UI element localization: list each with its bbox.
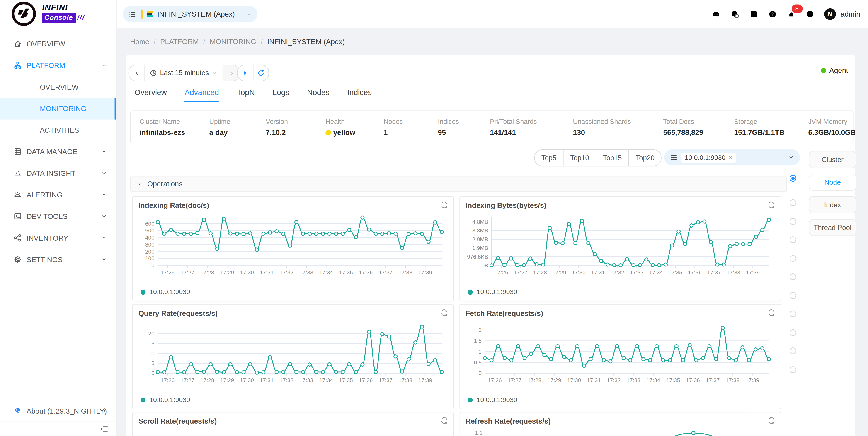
username-label[interactable]: admin — [841, 10, 860, 18]
cluster-selector[interactable]: INFINI_SYSTEM (Apex) — [123, 6, 257, 22]
collapse-sidebar-icon[interactable] — [100, 425, 108, 434]
svg-text:300: 300 — [145, 241, 155, 248]
tab-overview[interactable]: Overview — [135, 83, 167, 102]
breadcrumb-item[interactable]: PLATFORM — [160, 37, 199, 46]
breadcrumb-item[interactable]: MONITORING — [210, 37, 256, 46]
topn-button-top5[interactable]: Top5 — [535, 150, 563, 166]
svg-text:1.9MB: 1.9MB — [472, 245, 488, 251]
globe-time-icon[interactable] — [730, 9, 740, 19]
side-button-index[interactable]: Index — [809, 196, 857, 213]
sidebar-item-label: SETTINGS — [27, 255, 63, 264]
sidebar-item-data-insight[interactable]: DATA INSIGHT — [0, 163, 116, 184]
chart-legend[interactable]: 10.0.0.1:9030 — [141, 396, 190, 404]
sidebar-item-settings[interactable]: SETTINGS — [0, 249, 116, 270]
refresh-icon[interactable] — [767, 308, 776, 317]
chart-legend[interactable]: 10.0.0.1:9030 — [468, 396, 517, 404]
bell-icon[interactable]: 8 — [786, 9, 796, 19]
sidebar-item-alerting[interactable]: ALERTING — [0, 184, 116, 206]
topn-button-top20[interactable]: Top20 — [628, 150, 661, 166]
time-range-button[interactable]: Last 15 minutes — [145, 65, 223, 80]
tab-logs[interactable]: Logs — [273, 83, 289, 102]
rail-dot[interactable] — [789, 255, 797, 263]
rail-dot[interactable] — [789, 199, 797, 207]
legend-label: 10.0.0.1:9030 — [150, 288, 190, 296]
tab-advanced[interactable]: Advanced — [184, 83, 219, 102]
sidebar-item-platform[interactable]: PLATFORM — [0, 55, 116, 76]
refresh-icon[interactable] — [767, 416, 776, 425]
topn-button-top10[interactable]: Top10 — [563, 150, 596, 166]
sidebar-item-monitoring[interactable]: MONITORING — [0, 98, 116, 119]
sidebar-item-inventory[interactable]: INVENTORY — [0, 227, 116, 249]
app-root: INFINI Console/// OVERVIEWPLATFORMOVERVI… — [0, 0, 868, 436]
breadcrumb-item: INFINI_SYSTEM (Apex) — [267, 37, 345, 46]
side-button-node[interactable]: Node — [809, 174, 857, 191]
chevron-down-icon — [136, 181, 143, 187]
stat-label: Cluster Name — [140, 118, 180, 125]
about-label: About (1.29.3_NIGHTLY) — [27, 407, 107, 415]
list-icon — [128, 10, 136, 18]
rail-dot[interactable] — [789, 310, 797, 318]
breadcrumb-item[interactable]: Home — [130, 37, 149, 46]
console-icon[interactable] — [749, 9, 758, 19]
topn-button-top15[interactable]: Top15 — [596, 150, 628, 166]
about-button[interactable]: About (1.29.3_NIGHTLY) — [0, 404, 116, 418]
chart-legend[interactable]: 10.0.0.1:9030 — [468, 288, 517, 296]
chart-card-scroll-rate-requests-s: Scroll Rate(requests/s) — [132, 412, 454, 436]
stat-value: 7.10.2 — [266, 128, 285, 137]
refresh-button[interactable] — [253, 65, 269, 80]
rail-dot[interactable] — [789, 217, 797, 226]
svg-text:17:38: 17:38 — [726, 377, 740, 383]
time-prev-button[interactable] — [129, 65, 145, 80]
tab-indices[interactable]: Indices — [347, 83, 372, 102]
section-operations-header[interactable]: Operations — [130, 176, 787, 192]
side-button-thread-pool[interactable]: Thread Pool — [809, 219, 857, 236]
rail-dot[interactable] — [789, 366, 797, 374]
topn-button-group: Top5Top10Top15Top20 — [534, 149, 662, 167]
svg-text:17:39: 17:39 — [745, 377, 759, 383]
stat-value: a day — [209, 128, 227, 137]
rail-dot[interactable] — [789, 291, 797, 300]
side-button-cluster[interactable]: Cluster — [809, 151, 857, 168]
sidebar-item-data-manage[interactable]: DATA MANAGE — [0, 141, 116, 163]
clock-icon — [150, 69, 157, 77]
rail-dot[interactable] — [789, 236, 797, 244]
refresh-icon[interactable] — [767, 201, 776, 209]
sidebar-item-overview[interactable]: OVERVIEW — [0, 76, 116, 98]
sidebar-item-activities[interactable]: ACTIVITIES — [0, 120, 116, 141]
svg-text:17:39: 17:39 — [418, 269, 432, 275]
user-avatar[interactable]: N — [824, 8, 836, 20]
chart-legend[interactable]: 10.0.0.1:9030 — [141, 288, 190, 296]
share-icon — [13, 233, 22, 242]
rail-dot-selected[interactable] — [789, 174, 797, 182]
tab-nodes[interactable]: Nodes — [307, 83, 330, 102]
stat-value: 130 — [573, 128, 585, 137]
sidebar-item-dev-tools[interactable]: DEV TOOLS — [0, 206, 116, 227]
rail-dot[interactable] — [789, 329, 797, 337]
app-logo[interactable]: INFINI Console/// — [0, 0, 116, 28]
svg-text:17:30: 17:30 — [567, 377, 581, 383]
refresh-icon[interactable] — [440, 416, 448, 425]
sidebar-menu: OVERVIEWPLATFORMOVERVIEWMONITORINGACTIVI… — [0, 33, 116, 270]
time-toolbar: Last 15 minutes Agent — [126, 55, 855, 83]
svg-text:0: 0 — [151, 370, 155, 376]
rail-dot[interactable] — [789, 347, 797, 355]
sidebar-item-label: MONITORING — [40, 105, 87, 113]
help-icon[interactable]: ? — [768, 9, 777, 19]
remove-tag-icon[interactable]: × — [728, 154, 732, 161]
svg-text:17:34: 17:34 — [646, 377, 660, 383]
refresh-icon[interactable] — [440, 201, 448, 209]
sidebar-item-overview[interactable]: OVERVIEW — [0, 33, 116, 55]
auto-play-button[interactable] — [238, 65, 253, 80]
svg-text:17:32: 17:32 — [280, 377, 293, 383]
stat-value: yellow — [326, 128, 355, 137]
language-icon[interactable] — [805, 9, 815, 19]
stat-value: 1 — [384, 128, 388, 137]
tab-topn[interactable]: TopN — [237, 83, 255, 102]
rail-dot[interactable] — [789, 273, 797, 281]
node-filter-select[interactable]: 10.0.0.1:9030 × — [664, 149, 800, 166]
refresh-icon[interactable] — [440, 308, 448, 317]
stat-label: Indices — [438, 118, 459, 125]
discord-icon[interactable] — [711, 9, 721, 19]
home-icon — [13, 39, 22, 48]
chevron-right-icon — [101, 407, 107, 414]
